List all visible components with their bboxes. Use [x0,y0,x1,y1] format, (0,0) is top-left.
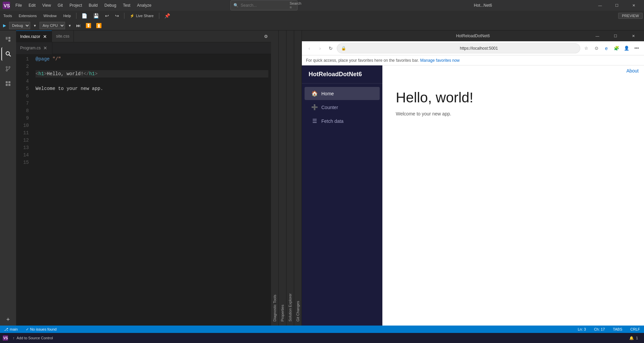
step-over-button[interactable]: ⏭ [74,22,83,29]
menu-view[interactable]: View [39,2,54,9]
menu-analyze[interactable]: Analyze [134,2,155,9]
tab-program-cs[interactable]: Program.cs ✕ [16,42,52,54]
debug-select[interactable]: Debug [9,22,30,29]
tab-close-index-razor[interactable]: ✕ [42,34,48,39]
col-position[interactable]: Ch: 17 [593,327,606,331]
search-box[interactable]: 🔍 Search = [230,0,298,10]
menu-git[interactable]: Git [54,2,66,9]
taskbar-add-source-control-label: Add to Source Control [17,336,53,340]
blazor-nav-fetch-data[interactable]: ☰ Fetch data [305,114,380,128]
svg-text:VS: VS [3,336,8,340]
browser-minimize-button[interactable]: — [590,31,605,41]
svg-rect-3 [8,37,10,39]
manage-favorites-link[interactable]: Manage favorites now [420,58,460,63]
maximize-button[interactable]: ☐ [609,0,625,11]
code-line-8 [36,107,268,114]
panel-solution-explorer[interactable]: Solution Explorer [286,31,294,326]
address-bar[interactable]: 🔒 https://localhost:5001 [337,43,580,53]
code-line-1: @page "/" [36,55,268,63]
tab-settings-button[interactable]: ⚙ [262,33,270,40]
status-bar: ⎇ main ✓ No issues found Ln: 3 Ch: 17 TA… [0,326,644,333]
pin-button[interactable]: 📌 [163,12,172,19]
code-line-12 [36,137,268,144]
help-menu[interactable]: Help [61,13,73,18]
no-issues-status[interactable]: ✓ No issues found [24,327,58,332]
search-input[interactable] [240,3,287,8]
favorites-text: For quick access, place your favorites h… [306,58,419,63]
step-into-button[interactable]: ⏬ [84,22,93,29]
blazor-nav: 🏠 Home ➕ Counter ☰ Fetch data [302,84,382,131]
tab-site-css[interactable]: site.css [52,31,74,42]
preview-button[interactable]: PREVIEW [618,13,643,19]
add-panel-button[interactable]: + [4,315,12,324]
window-menu[interactable]: Window [42,13,59,18]
tab-index-razor[interactable]: Index.razor ✕ [16,31,52,42]
refresh-button[interactable]: ↻ [326,44,335,53]
new-file-button[interactable]: 📄 [80,12,89,19]
star-icon[interactable]: ☆ [582,44,591,53]
browser-close-button[interactable]: ✕ [626,31,641,41]
menu-edit[interactable]: Edit [25,2,39,9]
toolbar-row1: Tools Extensions Window Help 📄 💾 ↩ ↪ ⚡ L… [0,11,644,21]
code-line-2 [36,63,268,70]
toolbar-area: Tools Extensions Window Help 📄 💾 ↩ ↪ ⚡ L… [0,11,644,31]
title-bar-left: VS File Edit View Git Project Build Debu… [3,2,155,9]
blazor-main-heading: Hello, world! [396,90,631,106]
title-bar: VS File Edit View Git Project Build Debu… [0,0,644,11]
edge-icon[interactable]: e [602,44,611,53]
menu-test[interactable]: Test [120,2,134,9]
save-button[interactable]: 💾 [92,12,101,19]
git-status[interactable]: ⎇ main [3,327,19,332]
debug-dropdown[interactable]: ▼ [32,23,38,28]
undo-button[interactable]: ↩ [103,12,111,19]
extension-icon[interactable]: 🧩 [612,44,621,53]
blazor-about-link[interactable]: About [626,68,639,74]
cpu-select[interactable]: Any CPU [40,22,65,29]
panel-properties[interactable]: Properties [279,31,286,326]
blazor-nav-home[interactable]: 🏠 Home [305,87,380,100]
panel-git-changes[interactable]: Git Changes [294,31,302,326]
minimize-button[interactable]: — [592,0,608,11]
cpu-dropdown[interactable]: ▼ [66,23,73,28]
line-position[interactable]: Ln: 3 [576,327,587,331]
close-button[interactable]: ✕ [626,0,641,11]
tabs-type[interactable]: TABS [611,327,624,331]
taskbar-vs-icon[interactable]: VS [3,335,8,341]
menu-project[interactable]: Project [66,2,85,9]
line-numbers: 1 2 3 4 5 6 7 8 9 10 11 12 13 14 15 [16,54,33,326]
redo-button[interactable]: ↪ [113,12,121,19]
start-button[interactable]: ▶ [1,22,8,29]
blazor-nav-counter[interactable]: ➕ Counter [305,101,380,114]
activity-extensions[interactable] [1,77,15,90]
tab-program-cs-label: Program.cs [20,46,41,50]
menu-build[interactable]: Build [86,2,101,9]
extensions-menu[interactable]: Extensions [17,13,39,18]
taskbar-notification[interactable]: 🔔 1 [626,335,641,341]
more-options-icon[interactable]: ••• [632,44,641,53]
menu-file[interactable]: File [12,2,25,9]
profile-icon[interactable]: 👤 [622,44,631,53]
blazor-main-subtext: Welcome to your new app. [396,111,631,116]
step-out-button[interactable]: ⏫ [94,22,103,29]
back-button[interactable]: ‹ [305,44,314,53]
menu-debug[interactable]: Debug [101,2,119,9]
activity-explorer[interactable] [1,33,15,46]
forward-button[interactable]: › [315,44,325,53]
tab-close-program-cs[interactable]: ✕ [43,45,48,51]
activity-git[interactable] [1,62,15,76]
panel-diagnostic-tools[interactable]: Diagnostic Tools [271,31,279,326]
code-line-10 [36,122,268,129]
svg-rect-2 [6,37,8,40]
tools-menu[interactable]: Tools [1,13,14,18]
code-line-9 [36,114,268,122]
line-ending[interactable]: CRLF [629,327,641,331]
taskbar-add-source-control[interactable]: ↑ Add to Source Control [9,335,56,341]
live-share-button[interactable]: ⚡ Live Share [128,14,156,18]
activity-search[interactable] [1,47,15,61]
code-line-7 [36,100,268,107]
editor-area: Index.razor ✕ site.css ⚙ Program.cs ✕ [16,31,271,326]
code-editor[interactable]: 1 2 3 4 5 6 7 8 9 10 11 12 13 14 15 [16,54,271,326]
collections-icon[interactable]: ⊙ [592,44,601,53]
code-content[interactable]: @page "/" <h1>Hello, world!</h1> Welcome… [33,54,271,326]
browser-maximize-button[interactable]: ☐ [608,31,623,41]
